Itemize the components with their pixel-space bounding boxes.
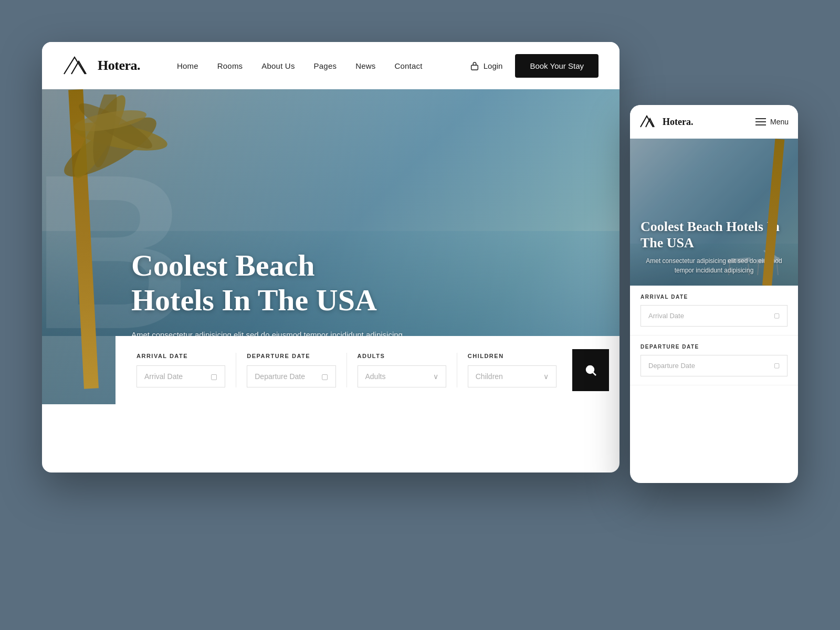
nav-news[interactable]: News	[355, 61, 375, 70]
nav-right: Login Book Your Stay	[470, 54, 598, 78]
logo-text: Hotera.	[98, 58, 140, 74]
mobile-arrival-label: ARRIVAL DATE	[640, 294, 788, 300]
search-button[interactable]	[572, 349, 609, 391]
mobile-card: Hotera. Menu	[630, 105, 798, 483]
departure-date-field: DEPARTURE DATE Departure Date ▢	[236, 353, 346, 387]
login-label: Login	[484, 61, 503, 70]
mobile-departure-input[interactable]: Departure Date ▢	[640, 355, 788, 376]
lock-icon	[470, 61, 479, 70]
mobile-menu-button[interactable]: Menu	[755, 118, 789, 126]
adults-field: ADULTS Adults ∨	[347, 353, 457, 387]
hero-content: Coolest Beach Hotels In The USA Amet con…	[131, 248, 404, 341]
nav-pages[interactable]: Pages	[314, 61, 337, 70]
arrival-date-placeholder: Arrival Date	[144, 372, 183, 381]
mobile-logo-text: Hotera.	[663, 117, 693, 128]
search-icon	[584, 364, 597, 376]
mobile-navbar: Hotera. Menu	[630, 105, 798, 139]
nav-home[interactable]: Home	[177, 61, 198, 70]
booking-bar: ARRIVAL DATE Arrival Date ▢ DEPARTURE DA…	[116, 336, 620, 404]
mobile-booking: ARRIVAL DATE Arrival Date ▢ DEPARTURE DA…	[630, 286, 798, 385]
mobile-logo: Hotera.	[639, 113, 693, 130]
login-button[interactable]: Login	[470, 61, 503, 70]
adults-input[interactable]: Adults ∨	[358, 365, 446, 387]
hamburger-icon	[755, 118, 766, 125]
menu-label: Menu	[770, 118, 789, 126]
mobile-arrival-placeholder: Arrival Date	[648, 312, 684, 320]
adults-placeholder: Adults	[365, 372, 386, 381]
arrival-date-input[interactable]: Arrival Date ▢	[136, 365, 225, 387]
arrival-date-field: ARRIVAL DATE Arrival Date ▢	[126, 353, 236, 387]
svg-rect-0	[471, 65, 478, 70]
children-field: CHILDREN Children ∨	[457, 353, 567, 387]
mobile-logo-icon	[639, 113, 658, 130]
chevron-down-icon-adults: ∨	[433, 372, 438, 381]
mobile-hero: Coolest Beach Hotels In The USA Amet con…	[630, 139, 798, 286]
mobile-calendar-icon-departure: ▢	[774, 362, 780, 370]
departure-date-placeholder: Departure Date	[255, 372, 305, 381]
nav-rooms[interactable]: Rooms	[217, 61, 243, 70]
calendar-icon-departure: ▢	[321, 372, 328, 381]
nav-links: Home Rooms About Us Pages News Contact	[177, 61, 449, 70]
children-input[interactable]: Children ∨	[468, 365, 556, 387]
nav-contact[interactable]: Contact	[394, 61, 422, 70]
svg-line-8	[593, 373, 596, 376]
hero-section: B Coolest Beach Hotels In The USA Amet c…	[42, 89, 620, 404]
adults-label: ADULTS	[358, 353, 446, 359]
svg-point-7	[586, 366, 594, 373]
departure-date-label: DEPARTURE DATE	[247, 353, 335, 359]
scene: Hotera. Home Rooms About Us Pages News C…	[42, 42, 798, 588]
mobile-calendar-icon-arrival: ▢	[774, 312, 780, 320]
departure-date-input[interactable]: Departure Date ▢	[247, 365, 335, 387]
mobile-departure-placeholder: Departure Date	[648, 362, 695, 370]
logo-link[interactable]: Hotera.	[63, 53, 140, 78]
navbar: Hotera. Home Rooms About Us Pages News C…	[42, 42, 620, 89]
calendar-icon-arrival: ▢	[211, 372, 217, 381]
hero-title: Coolest Beach Hotels In The USA	[131, 248, 404, 318]
mobile-arrival-field: ARRIVAL DATE Arrival Date ▢	[630, 286, 798, 335]
mobile-departure-label: DEPARTURE DATE	[640, 344, 788, 350]
nav-about[interactable]: About Us	[261, 61, 295, 70]
children-label: CHILDREN	[468, 353, 556, 359]
desktop-card: Hotera. Home Rooms About Us Pages News C…	[42, 42, 620, 472]
arrival-date-label: ARRIVAL DATE	[136, 353, 225, 359]
book-stay-button[interactable]: Book Your Stay	[515, 54, 598, 78]
mobile-arrival-input[interactable]: Arrival Date ▢	[640, 305, 788, 327]
palm-fronds-svg	[47, 94, 173, 200]
children-placeholder: Children	[476, 372, 503, 381]
logo-icon	[63, 53, 92, 78]
chevron-down-icon-children: ∨	[543, 372, 549, 381]
mobile-departure-field: DEPARTURE DATE Departure Date ▢	[630, 335, 798, 385]
